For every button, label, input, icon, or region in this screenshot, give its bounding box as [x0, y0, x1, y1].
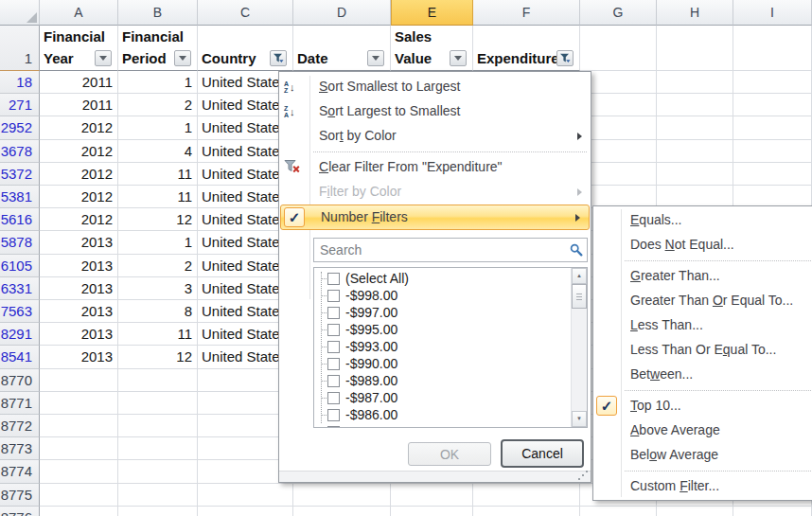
- row-header-1[interactable]: 1: [0, 26, 40, 71]
- scroll-up-button[interactable]: ▲: [572, 268, 587, 284]
- row-header-18[interactable]: 18: [0, 71, 40, 94]
- submenu-item-below-average[interactable]: Below Average: [593, 443, 812, 468]
- grid-cell[interactable]: [733, 71, 812, 94]
- grid-cell[interactable]: [473, 484, 580, 507]
- checkbox[interactable]: [327, 307, 340, 319]
- grid-cell[interactable]: [580, 94, 657, 116]
- grid-cell[interactable]: 2013: [40, 346, 118, 368]
- menu-item-sort-largest-to-smallest[interactable]: ZA↓Sort Largest to Smallest: [279, 99, 591, 124]
- row-header-5381[interactable]: 5381: [0, 186, 40, 208]
- grid-cell[interactable]: 1: [118, 116, 198, 139]
- filter-dropdown-button-b[interactable]: [174, 50, 191, 66]
- header-cell-a[interactable]: FinancialYear: [40, 26, 118, 71]
- submenu-item-between[interactable]: Between...: [593, 363, 812, 387]
- header-cell-e[interactable]: SalesValue: [391, 26, 473, 71]
- row-header-8541[interactable]: 8541: [0, 346, 40, 368]
- row-header-8771[interactable]: 8771: [0, 392, 40, 415]
- grid-cell[interactable]: [733, 507, 812, 516]
- grid-cell[interactable]: 1: [118, 71, 198, 94]
- menu-item-sort-smallest-to-largest[interactable]: AZ↓Sort Smallest to Largest: [279, 75, 591, 99]
- filter-value-item[interactable]: -$986.00: [314, 406, 571, 423]
- menu-item-number-filters[interactable]: ✓Number Filters: [280, 205, 590, 230]
- filter-dropdown-button-d[interactable]: [367, 50, 384, 66]
- header-cell-b[interactable]: FinancialPeriod: [118, 26, 198, 71]
- grid-cell[interactable]: 2012: [40, 163, 118, 186]
- checkbox[interactable]: [327, 358, 340, 370]
- column-header-i[interactable]: I: [733, 0, 812, 26]
- grid-cell[interactable]: [118, 392, 198, 415]
- row-header-8291[interactable]: 8291: [0, 323, 40, 346]
- column-header-h[interactable]: H: [657, 0, 733, 26]
- grid-cell[interactable]: [580, 116, 657, 139]
- grid-cell[interactable]: [40, 484, 118, 507]
- header-cell-h[interactable]: [657, 26, 733, 71]
- grid-cell[interactable]: [198, 507, 293, 516]
- grid-cell[interactable]: 12: [118, 208, 198, 231]
- search-input[interactable]: [313, 238, 588, 262]
- checkbox[interactable]: [327, 341, 340, 353]
- filter-value-item[interactable]: -$993.00: [314, 338, 571, 355]
- submenu-item-less-than-or-equal-to[interactable]: Less Than Or Equal To...: [593, 338, 812, 363]
- filter-value-item[interactable]: -$989.00: [314, 372, 571, 389]
- menu-item-sort-by-color[interactable]: Sort by Color: [279, 124, 591, 149]
- row-header-5372[interactable]: 5372: [0, 163, 40, 186]
- column-header-e[interactable]: E: [391, 0, 473, 26]
- grid-cell[interactable]: [293, 484, 391, 507]
- grid-cell[interactable]: [733, 163, 812, 186]
- grid-cell[interactable]: [657, 71, 733, 94]
- filter-value-item[interactable]: -$997.00: [314, 304, 571, 321]
- header-cell-i[interactable]: [733, 26, 812, 71]
- grid-cell[interactable]: [293, 507, 391, 516]
- grid-cell[interactable]: 11: [118, 186, 198, 208]
- row-header-8770[interactable]: 8770: [0, 369, 40, 392]
- submenu-item-greater-than[interactable]: Greater Than...: [593, 264, 812, 289]
- grid-cell[interactable]: [657, 94, 733, 116]
- row-header-6105[interactable]: 6105: [0, 255, 40, 277]
- grid-cell[interactable]: 2011: [40, 94, 118, 116]
- filter-value-item[interactable]: -$987.00: [314, 389, 571, 406]
- header-cell-c[interactable]: Country: [198, 26, 293, 71]
- grid-cell[interactable]: 11: [118, 323, 198, 346]
- grid-cell[interactable]: [118, 507, 198, 516]
- submenu-item-greater-than-or-equal-to[interactable]: Greater Than Or Equal To...: [593, 289, 812, 313]
- submenu-item-above-average[interactable]: Above Average: [593, 418, 812, 443]
- grid-cell[interactable]: [657, 163, 733, 186]
- checkbox[interactable]: [327, 375, 340, 387]
- column-header-a[interactable]: A: [40, 0, 118, 26]
- header-cell-f[interactable]: Expenditure: [473, 26, 580, 71]
- grid-cell[interactable]: [473, 507, 580, 516]
- grid-cell[interactable]: [118, 369, 198, 392]
- filter-value-item[interactable]: -$990.00: [314, 355, 571, 372]
- submenu-item-custom-filter[interactable]: Custom Filter...: [593, 474, 812, 499]
- row-header-271[interactable]: 271: [0, 94, 40, 116]
- submenu-item-equals[interactable]: Equals...: [593, 208, 812, 233]
- grid-cell[interactable]: 4: [118, 140, 198, 163]
- column-header-b[interactable]: B: [118, 0, 198, 26]
- filter-value-item[interactable]: -$995.00: [314, 321, 571, 338]
- resize-grip[interactable]: [279, 471, 591, 482]
- select-all-corner[interactable]: [0, 0, 40, 26]
- grid-cell[interactable]: 8: [118, 300, 198, 323]
- checkbox[interactable]: [327, 392, 340, 404]
- row-header-7563[interactable]: 7563: [0, 300, 40, 323]
- row-header-8773[interactable]: 8773: [0, 437, 40, 460]
- grid-cell[interactable]: [40, 437, 118, 460]
- column-header-c[interactable]: C: [198, 0, 293, 26]
- row-header-5878[interactable]: 5878: [0, 231, 40, 254]
- submenu-item-does-not-equal[interactable]: Does Not Equal...: [593, 233, 812, 258]
- row-header-6331[interactable]: 6331: [0, 277, 40, 300]
- checkbox[interactable]: [327, 409, 340, 421]
- grid-cell[interactable]: [391, 484, 473, 507]
- grid-cell[interactable]: [391, 507, 473, 516]
- submenu-item-top-10[interactable]: ✓Top 10...: [593, 394, 812, 418]
- grid-cell[interactable]: [580, 163, 657, 186]
- menu-item-filter-by-color[interactable]: Filter by Color: [279, 180, 591, 205]
- grid-cell[interactable]: 2013: [40, 323, 118, 346]
- applied-filter-button-c[interactable]: [270, 50, 287, 66]
- grid-cell[interactable]: 2012: [40, 208, 118, 231]
- grid-cell[interactable]: 3: [118, 277, 198, 300]
- grid-cell[interactable]: 2013: [40, 300, 118, 323]
- row-header-8774[interactable]: 8774: [0, 460, 40, 483]
- grid-cell[interactable]: 2: [118, 94, 198, 116]
- submenu-item-less-than[interactable]: Less Than...: [593, 313, 812, 338]
